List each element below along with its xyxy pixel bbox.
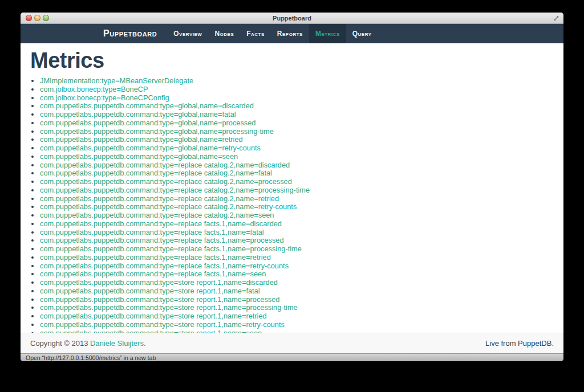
metric-link[interactable]: com.puppetlabs.puppetdb.command:type=rep…: [40, 262, 289, 270]
status-bar-text: Open “http://127.0.0.1:5000/metrics” in …: [26, 354, 156, 361]
window-titlebar[interactable]: Puppetboard: [21, 13, 563, 24]
metric-list-item: com.puppetlabs.puppetdb.command:type=glo…: [40, 144, 554, 153]
metric-list-item: com.puppetlabs.puppetdb.command:type=rep…: [40, 161, 554, 170]
metric-list-item: com.puppetlabs.puppetdb.command:type=rep…: [40, 254, 554, 262]
page-footer: Copyright © 2013 Daniele Sluijters. Live…: [21, 333, 563, 353]
metric-list-item: com.puppetlabs.puppetdb.command:type=glo…: [40, 153, 554, 161]
metric-link[interactable]: com.puppetlabs.puppetdb.command:type=glo…: [40, 152, 238, 161]
metric-list-item: com.puppetlabs.puppetdb.command:type=rep…: [40, 228, 554, 237]
nav-item: Overview: [167, 24, 208, 43]
metric-list-item: com.puppetlabs.puppetdb.command:type=rep…: [40, 178, 554, 186]
nav-item: Reports: [271, 24, 309, 43]
metric-link[interactable]: com.puppetlabs.puppetdb.command:type=glo…: [40, 119, 256, 127]
metric-list-item: com.jolbox.bonecp:type=BoneCPConfig: [40, 94, 554, 103]
page-content: Metrics JMImplementation:type=MBeanServe…: [21, 43, 563, 333]
metric-link[interactable]: com.puppetlabs.puppetdb.command:type=rep…: [40, 244, 302, 253]
metric-list-item: com.puppetlabs.puppetdb.command:type=rep…: [40, 211, 554, 220]
metric-list-item: com.puppetlabs.puppetdb.command:type=rep…: [40, 236, 554, 245]
copyright-prefix: Copyright © 2013: [30, 339, 90, 348]
metric-link[interactable]: com.puppetlabs.puppetdb.command:type=glo…: [40, 135, 243, 144]
nav-item: Query: [346, 24, 378, 43]
metric-list-item: com.puppetlabs.puppetdb.command:type=sto…: [40, 279, 554, 287]
window-title: Puppetboard: [273, 15, 311, 22]
close-button[interactable]: [26, 15, 32, 21]
metric-list-item: JMImplementation:type=MBeanServerDelegat…: [40, 77, 554, 85]
copyright-suffix: .: [144, 339, 146, 348]
metric-link[interactable]: com.puppetlabs.puppetdb.command:type=sto…: [40, 320, 285, 329]
metric-list-item: com.puppetlabs.puppetdb.command:type=sto…: [40, 312, 554, 321]
metric-link[interactable]: com.puppetlabs.puppetdb.command:type=sto…: [40, 312, 267, 320]
metric-list-item: com.puppetlabs.puppetdb.command:type=rep…: [40, 270, 554, 279]
metric-link[interactable]: com.puppetlabs.puppetdb.command:type=rep…: [40, 177, 292, 186]
metric-list-item: com.puppetlabs.puppetdb.command:type=rep…: [40, 203, 554, 211]
metric-link[interactable]: com.puppetlabs.puppetdb.command:type=rep…: [40, 270, 266, 278]
metric-link[interactable]: com.puppetlabs.puppetdb.command:type=rep…: [40, 253, 271, 262]
copyright: Copyright © 2013 Daniele Sluijters.: [30, 339, 146, 348]
metric-list-item: com.puppetlabs.puppetdb.command:type=sto…: [40, 304, 554, 312]
metric-link[interactable]: com.puppetlabs.puppetdb.command:type=glo…: [40, 101, 254, 110]
author-link[interactable]: Daniele Sluijters: [90, 339, 144, 348]
metric-link[interactable]: com.puppetlabs.puppetdb.command:type=sto…: [40, 287, 260, 295]
metric-link[interactable]: com.puppetlabs.puppetdb.command:type=rep…: [40, 186, 310, 194]
nav-item: Nodes: [208, 24, 240, 43]
metric-list-item: com.puppetlabs.puppetdb.command:type=rep…: [40, 195, 554, 203]
metric-link[interactable]: com.puppetlabs.puppetdb.command:type=rep…: [40, 219, 282, 228]
metric-list-item: com.puppetlabs.puppetdb.command:type=rep…: [40, 245, 554, 254]
browser-status-bar: Open “http://127.0.0.1:5000/metrics” in …: [21, 353, 563, 361]
metric-link[interactable]: com.puppetlabs.puppetdb.command:type=rep…: [40, 169, 272, 177]
live-from-puppetdb-label: Live from PuppetDB.: [485, 339, 554, 348]
fullscreen-icon[interactable]: [553, 15, 559, 21]
metric-link[interactable]: com.puppetlabs.puppetdb.command:type=rep…: [40, 161, 290, 169]
metric-list-item: com.puppetlabs.puppetdb.command:type=rep…: [40, 169, 554, 178]
traffic-lights: [26, 13, 49, 23]
metric-link[interactable]: com.puppetlabs.puppetdb.command:type=rep…: [40, 211, 274, 219]
metric-link[interactable]: com.puppetlabs.puppetdb.command:type=rep…: [40, 194, 279, 203]
main-navbar: Puppetboard Overview Nodes Facts: [21, 24, 563, 43]
nav-item: Facts: [240, 24, 271, 43]
metric-link[interactable]: com.puppetlabs.puppetdb.command:type=glo…: [40, 110, 236, 119]
metric-list-item: com.puppetlabs.puppetdb.command:type=glo…: [40, 119, 554, 128]
metric-list-item: com.jolbox.bonecp:type=BoneCP: [40, 85, 554, 94]
metric-link[interactable]: com.puppetlabs.puppetdb.command:type=sto…: [40, 295, 279, 304]
metric-list-item: com.puppetlabs.puppetdb.command:type=glo…: [40, 128, 554, 136]
metric-list-item: com.puppetlabs.puppetdb.command:type=rep…: [40, 220, 554, 228]
nav-items: Overview Nodes Facts Reports: [167, 24, 378, 43]
nav-item: Metrics: [309, 24, 346, 43]
metric-list-item: com.puppetlabs.puppetdb.command:type=glo…: [40, 102, 554, 111]
metric-list-item: com.puppetlabs.puppetdb.command:type=sto…: [40, 321, 554, 329]
metric-list-item: com.puppetlabs.puppetdb.command:type=glo…: [40, 136, 554, 144]
metric-link[interactable]: com.puppetlabs.puppetdb.command:type=rep…: [40, 236, 284, 244]
nav-item-nodes[interactable]: Nodes: [208, 24, 240, 43]
metric-link[interactable]: JMImplementation:type=MBeanServerDelegat…: [40, 76, 193, 85]
metric-link[interactable]: com.puppetlabs.puppetdb.command:type=sto…: [40, 303, 298, 312]
nav-item-metrics[interactable]: Metrics: [309, 24, 346, 43]
metric-link[interactable]: com.puppetlabs.puppetdb.command:type=glo…: [40, 144, 261, 152]
metric-list-item: com.puppetlabs.puppetdb.command:type=sto…: [40, 287, 554, 296]
nav-item-overview[interactable]: Overview: [167, 24, 208, 43]
metric-link[interactable]: com.puppetlabs.puppetdb.command:type=sto…: [40, 329, 262, 333]
navbar-brand[interactable]: Puppetboard: [103, 24, 167, 43]
metric-list-item: com.puppetlabs.puppetdb.command:type=glo…: [40, 111, 554, 119]
nav-item-reports[interactable]: Reports: [271, 24, 309, 43]
metric-link[interactable]: com.puppetlabs.puppetdb.command:type=rep…: [40, 228, 264, 236]
metric-link[interactable]: com.puppetlabs.puppetdb.command:type=sto…: [40, 278, 278, 287]
metric-link[interactable]: com.puppetlabs.puppetdb.command:type=rep…: [40, 202, 297, 211]
minimize-button[interactable]: [34, 15, 40, 21]
metric-list-item: com.puppetlabs.puppetdb.command:type=sto…: [40, 296, 554, 304]
metrics-list: JMImplementation:type=MBeanServerDelegat…: [30, 77, 554, 333]
metric-list-item: com.puppetlabs.puppetdb.command:type=rep…: [40, 186, 554, 195]
metric-link[interactable]: com.jolbox.bonecp:type=BoneCPConfig: [40, 93, 169, 102]
nav-item-facts[interactable]: Facts: [240, 24, 271, 43]
nav-item-query[interactable]: Query: [346, 24, 378, 43]
metric-list-item: com.puppetlabs.puppetdb.command:type=rep…: [40, 262, 554, 271]
metric-link[interactable]: com.jolbox.bonecp:type=BoneCP: [40, 85, 148, 93]
app-window: Puppetboard Puppetboard Overview Nodes: [21, 13, 563, 361]
page-title: Metrics: [30, 48, 554, 73]
metric-link[interactable]: com.puppetlabs.puppetdb.command:type=glo…: [40, 127, 274, 136]
zoom-button[interactable]: [43, 15, 49, 21]
